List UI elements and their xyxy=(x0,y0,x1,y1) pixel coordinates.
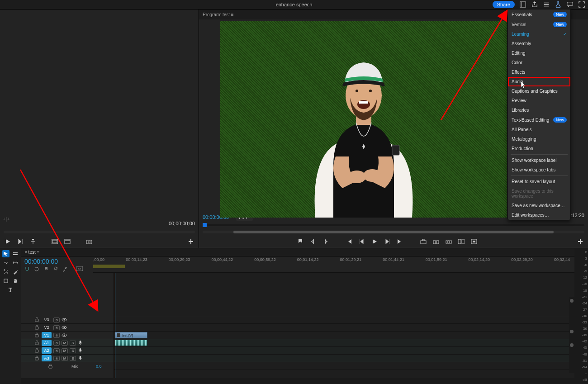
track-label[interactable]: A1 xyxy=(42,340,52,346)
audio-track-header[interactable]: A1⎋MS xyxy=(21,339,114,347)
program-playhead[interactable] xyxy=(199,223,588,229)
sync-lock-icon[interactable]: ⎋ xyxy=(53,325,60,330)
workspace-item-vertical[interactable]: VerticalNew xyxy=(508,19,570,29)
workspace-item-effects[interactable]: Effects xyxy=(508,67,570,77)
workspace-item-all-panels[interactable]: All Panels xyxy=(508,125,570,134)
lift-icon[interactable] xyxy=(419,237,427,246)
eye-icon[interactable] xyxy=(62,325,67,330)
track-lane[interactable] xyxy=(114,332,574,339)
workspace-item[interactable]: Edit workspaces… xyxy=(508,210,570,220)
add-button-icon[interactable] xyxy=(576,237,584,246)
solo-button[interactable]: S xyxy=(70,341,76,346)
solo-button[interactable]: S xyxy=(70,348,76,353)
track-label[interactable]: V2 xyxy=(42,324,52,331)
flask-beta-icon[interactable] xyxy=(555,1,562,8)
lock-icon[interactable] xyxy=(34,332,40,338)
mute-button[interactable]: M xyxy=(62,348,68,353)
add-marker-icon[interactable] xyxy=(29,237,37,246)
lock-icon[interactable] xyxy=(34,317,40,322)
rectangle-tool-icon[interactable] xyxy=(2,277,9,284)
track-label[interactable]: V1 xyxy=(42,332,52,338)
video-track-header[interactable]: V2⎋ xyxy=(21,324,114,332)
extract-icon[interactable] xyxy=(432,237,440,246)
workspace-item[interactable]: Save as new workspace… xyxy=(508,201,570,210)
workspace-icon[interactable] xyxy=(519,1,526,8)
eye-icon[interactable] xyxy=(62,317,67,322)
play-icon[interactable] xyxy=(370,237,379,246)
caption-track-icon[interactable]: cc xyxy=(76,266,82,272)
track-lane[interactable] xyxy=(114,324,574,332)
linked-sel-icon[interactable] xyxy=(34,266,40,272)
mute-button[interactable]: M xyxy=(62,341,68,346)
proxy-icon[interactable] xyxy=(470,237,478,246)
export-icon[interactable] xyxy=(531,1,538,8)
workspace-item-production[interactable]: Production xyxy=(508,144,570,153)
solo-button[interactable]: S xyxy=(70,356,76,361)
track-label[interactable]: V3 xyxy=(42,317,52,323)
export-frame-icon[interactable] xyxy=(445,237,453,246)
track-lane[interactable] xyxy=(114,316,574,324)
workspace-item-review[interactable]: Review xyxy=(508,96,570,105)
marker-add-icon[interactable] xyxy=(43,266,49,272)
audio-clip[interactable] xyxy=(115,340,147,346)
clip-icon[interactable] xyxy=(63,237,71,246)
hand-tool-icon[interactable] xyxy=(12,277,19,284)
workspace-item-editing[interactable]: Editing xyxy=(508,48,570,58)
video-clip[interactable]: test [V] xyxy=(115,332,147,338)
snap-icon[interactable] xyxy=(24,266,30,272)
step-back-icon[interactable] xyxy=(358,237,366,246)
voice-icon[interactable] xyxy=(78,356,83,361)
step-forward-icon[interactable] xyxy=(16,237,24,246)
workspace-item[interactable]: Show workspace label xyxy=(508,156,570,165)
workspace-item-assembly[interactable]: Assembly xyxy=(508,39,570,48)
workspace-item-audio[interactable]: Audio xyxy=(508,77,570,86)
workspace-item-captions-and-graphics[interactable]: Captions and Graphics xyxy=(508,86,570,96)
track-select-tool-icon[interactable] xyxy=(12,250,19,257)
in-point-icon[interactable] xyxy=(309,237,317,246)
step-forward-icon[interactable] xyxy=(383,237,391,246)
sync-lock-icon[interactable]: ⎋ xyxy=(53,341,60,346)
menu-icon[interactable] xyxy=(543,1,550,8)
sync-lock-icon[interactable]: ⎋ xyxy=(53,318,60,322)
add-button-icon[interactable] xyxy=(187,237,195,246)
timeline-sequence-tab[interactable]: × test ≡ xyxy=(21,248,574,256)
voice-icon[interactable] xyxy=(78,348,83,353)
workspace-item[interactable]: Reset to saved layout xyxy=(508,177,570,186)
type-tool-icon[interactable] xyxy=(7,286,14,294)
track-lane[interactable] xyxy=(114,355,574,362)
video-track-header[interactable]: V1⎋ xyxy=(21,332,114,339)
comparison-icon[interactable] xyxy=(457,237,465,246)
mix-track[interactable]: Mix0.0 xyxy=(21,362,114,370)
marker-icon[interactable] xyxy=(296,237,304,246)
fullscreen-icon[interactable] xyxy=(578,1,585,8)
safe-margins-icon[interactable] xyxy=(51,237,59,246)
lock-icon[interactable] xyxy=(34,325,40,330)
audio-track-header[interactable]: A2⎋MS xyxy=(21,347,114,355)
track-label[interactable]: A3 xyxy=(42,355,52,361)
out-point-icon[interactable] xyxy=(322,237,330,246)
program-monitor-video[interactable] xyxy=(220,21,507,218)
settings-icon[interactable] xyxy=(53,266,59,272)
workspace-item[interactable]: Show workspace tabs xyxy=(508,165,570,175)
timeline-timecode[interactable]: 00:00:00:00 xyxy=(24,258,90,265)
lock-icon[interactable] xyxy=(34,356,40,361)
voice-icon[interactable] xyxy=(78,340,83,346)
audio-track-header[interactable]: A3⎋MS xyxy=(21,355,114,362)
razor-tool-icon[interactable] xyxy=(2,268,9,275)
mute-button[interactable]: M xyxy=(62,356,68,361)
goto-in-icon[interactable] xyxy=(345,237,353,246)
workspace-item-metalogging[interactable]: Metalogging xyxy=(508,134,570,144)
workspace-item-essentials[interactable]: EssentialsNew xyxy=(508,9,570,19)
program-scrollbar[interactable] xyxy=(203,230,584,234)
timeline-h-scrollbar[interactable] xyxy=(21,378,574,384)
chat-icon[interactable] xyxy=(566,1,574,8)
timeline-ruler[interactable]: ;00;0000;00;14;2300;00;29;2300;00;44;220… xyxy=(93,256,574,273)
ripple-tool-icon[interactable] xyxy=(2,259,9,266)
share-button[interactable]: Share xyxy=(493,1,515,8)
play-icon[interactable] xyxy=(4,237,12,246)
goto-out-icon[interactable] xyxy=(396,237,404,246)
timeline-playhead[interactable] xyxy=(115,273,115,378)
camera-icon[interactable] xyxy=(85,237,93,246)
source-scrollbar[interactable] xyxy=(4,230,195,234)
track-lane[interactable] xyxy=(114,347,574,355)
